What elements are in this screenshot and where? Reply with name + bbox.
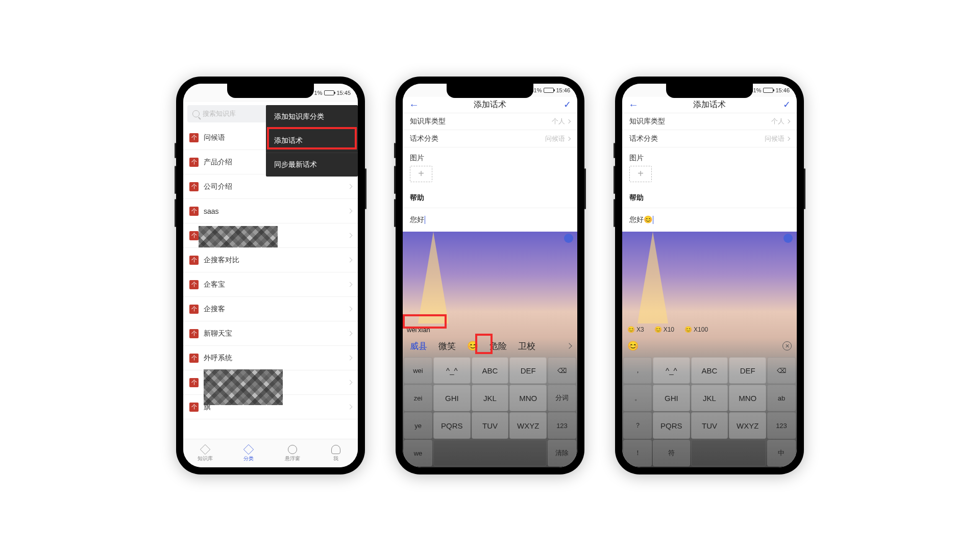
back-button[interactable]: ← (409, 99, 421, 111)
phone-frame-1: 1% 15:45 搜索知识库 个问候语 个产品介绍 个公司介绍 个saas 个 … (176, 77, 365, 474)
list-item[interactable]: 个saas (183, 199, 358, 223)
candidate-emoji[interactable]: 😊 (627, 340, 639, 352)
list-item[interactable]: 个企搜客 (183, 297, 358, 321)
expand-candidates-icon[interactable] (566, 343, 572, 348)
form-label: 知识库类型 (629, 117, 665, 126)
menu-sync-scripts[interactable]: 同步最新话术 (266, 153, 358, 177)
badge-icon: 个 (189, 329, 199, 338)
emoji-x100[interactable]: 😊 X100 (684, 326, 708, 333)
key[interactable]: WXYZ (729, 412, 766, 439)
nav-header: ← 添加话术 ✓ (622, 97, 797, 113)
key-123[interactable]: 123 (767, 412, 796, 439)
tab-knowledge[interactable]: 知识库 (183, 439, 227, 467)
chevron-right-icon (348, 209, 353, 214)
key-side[interactable]: zei (404, 385, 432, 411)
list-item[interactable]: 个企客宝 (183, 272, 358, 297)
key[interactable]: MNO (729, 385, 766, 411)
key-ab[interactable]: ab (767, 385, 796, 411)
phone-frame-3: 61% 15:46 ← 添加话术 ✓ 知识库类型 个人 话术分类 问候语 图片 … (615, 77, 804, 474)
key-backspace[interactable]: ⌫ (548, 357, 576, 384)
key-side[interactable]: wei (404, 357, 432, 384)
candidate-emoji[interactable]: 😊 (462, 337, 483, 355)
script-text-input[interactable]: 您好 (403, 208, 577, 232)
status-time: 15:46 (775, 87, 790, 93)
chevron-right-icon (786, 119, 790, 123)
keypad-grid: wei ^_^ ABC DEF ⌫ zei GHI JKL MNO 分词 ye … (403, 356, 577, 467)
emoji-x3[interactable]: 😊 X3 (627, 326, 644, 333)
list-item[interactable]: 个新聊天宝 (183, 321, 358, 346)
key[interactable]: JKL (472, 385, 509, 411)
form-label: 知识库类型 (410, 117, 446, 126)
key-space[interactable] (433, 440, 547, 466)
key[interactable]: MNO (509, 385, 547, 411)
form-row-category[interactable]: 话术分类 问候语 (403, 130, 577, 147)
list-item-label: 企搜客 (204, 305, 225, 314)
close-candidates-icon[interactable]: ✕ (782, 341, 792, 350)
tab-category[interactable]: 分类 (227, 439, 271, 467)
tab-me[interactable]: 我 (314, 439, 358, 467)
form-row-category[interactable]: 话术分类 问候语 (622, 130, 797, 147)
key-segment[interactable]: 分词 (548, 385, 576, 411)
candidate[interactable]: 微笑 (433, 337, 461, 355)
form-label: 话术分类 (629, 134, 658, 143)
form-row-type[interactable]: 知识库类型 个人 (403, 113, 577, 130)
key-clear[interactable]: 清除 (548, 440, 576, 466)
form-row-type[interactable]: 知识库类型 个人 (622, 113, 797, 130)
key-side[interactable]: we (404, 440, 432, 466)
tab-float[interactable]: 悬浮窗 (271, 439, 314, 467)
key[interactable]: PQRS (433, 412, 471, 439)
candidate[interactable]: 危险 (484, 337, 512, 355)
confirm-button[interactable]: ✓ (559, 99, 571, 110)
emoji-x10[interactable]: 😊 X10 (654, 326, 674, 333)
key[interactable]: DEF (729, 357, 766, 384)
key[interactable]: ABC (691, 357, 728, 384)
key[interactable]: GHI (433, 385, 471, 411)
key-side[interactable]: ？ (623, 412, 652, 439)
key[interactable]: WXYZ (509, 412, 547, 439)
mic-icon[interactable] (564, 234, 573, 243)
key[interactable]: GHI (653, 385, 690, 411)
chevron-right-icon (348, 331, 353, 336)
add-image-button[interactable]: + (629, 166, 652, 182)
menu-add-script[interactable]: 添加话术 (266, 129, 358, 153)
key[interactable]: ABC (472, 357, 509, 384)
key[interactable]: TUV (472, 412, 509, 439)
key[interactable]: PQRS (653, 412, 690, 439)
pinyin-composition: wei'xian (403, 323, 577, 336)
key[interactable]: ^_^ (653, 357, 690, 384)
form-value: 问候语 (545, 134, 570, 143)
person-icon (331, 445, 340, 454)
dropdown-menu: 添加知识库分类 添加话术 同步最新话术 (266, 105, 358, 177)
key[interactable]: JKL (691, 385, 728, 411)
page-title: 添加话术 (641, 99, 778, 110)
key-side[interactable]: ， (623, 357, 652, 384)
key[interactable]: TUV (691, 412, 728, 439)
chevron-right-icon (348, 356, 353, 361)
script-text-input[interactable]: 您好😊 (622, 208, 797, 232)
key-side[interactable]: ye (404, 412, 432, 439)
key-symbol[interactable]: 符 (653, 440, 690, 466)
key-side[interactable]: 。 (623, 385, 652, 411)
candidate[interactable]: 威县 (405, 337, 432, 355)
list-item[interactable]: 个企搜客对比 (183, 248, 358, 272)
battery-icon (763, 88, 773, 93)
confirm-button[interactable]: ✓ (778, 99, 791, 110)
list-item[interactable]: 个外呼系统 (183, 346, 358, 370)
badge-icon: 个 (189, 403, 199, 412)
key[interactable]: DEF (509, 357, 547, 384)
key[interactable]: ^_^ (433, 357, 471, 384)
key-backspace[interactable]: ⌫ (767, 357, 796, 384)
badge-icon: 个 (189, 182, 199, 191)
back-button[interactable]: ← (628, 99, 641, 111)
chevron-right-icon (567, 119, 571, 123)
add-image-button[interactable]: + (410, 166, 432, 182)
key-123[interactable]: 123 (548, 412, 576, 439)
menu-add-category[interactable]: 添加知识库分类 (266, 105, 358, 129)
list-item[interactable]: 个公司介绍 (183, 174, 358, 199)
chevron-right-icon (348, 405, 353, 410)
key-side[interactable]: ！ (623, 440, 652, 466)
mic-icon[interactable] (783, 234, 793, 243)
key-space[interactable] (691, 440, 766, 466)
candidate[interactable]: 卫校 (513, 337, 541, 355)
key-lang[interactable]: 中 (767, 440, 796, 466)
